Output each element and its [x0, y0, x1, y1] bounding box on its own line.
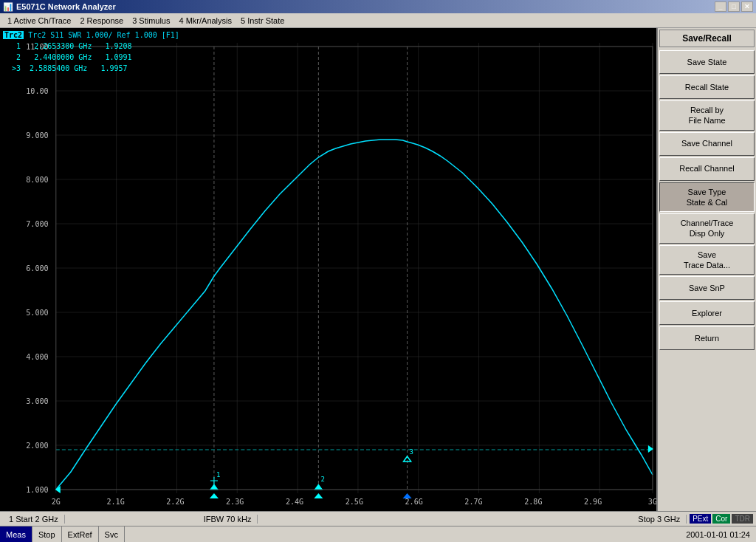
svg-text:2: 2 — [320, 476, 324, 483]
svg-text:3.000: 3.000 — [26, 397, 48, 405]
trace-info: Trc2 Trc2 S11 SWR 1.000/ Ref 1.000 [F1] … — [3, 30, 179, 74]
trace-id: Trc2 — [3, 31, 24, 39]
svg-text:2.000: 2.000 — [26, 442, 48, 450]
close-button[interactable]: ✕ — [741, 1, 753, 12]
svg-rect-0 — [0, 28, 656, 511]
svc-button[interactable]: Svc — [99, 526, 125, 543]
status-bar2: Meas Stop ExtRef Svc 2001-01-01 01:24 — [0, 526, 756, 542]
menu-item-3_stimulus[interactable]: 3 Stimulus — [128, 15, 174, 27]
panel-title: Save/Recall — [659, 30, 755, 47]
stop-button[interactable]: Stop — [32, 526, 62, 543]
menu-item-1_active_ch/trace[interactable]: 1 Active Ch/Trace — [3, 15, 75, 27]
tdr-badge: TDR — [732, 514, 753, 524]
return-button[interactable]: Return — [659, 326, 755, 350]
svg-text:2.9G: 2.9G — [584, 498, 602, 506]
titlebar: 📊 E5071C Network Analyzer _ □ ✕ — [0, 0, 756, 13]
system-time: 2001-01-01 01:24 — [680, 530, 756, 539]
svg-text:1.000: 1.000 — [26, 486, 48, 494]
svg-text:9.000: 9.000 — [26, 131, 48, 140]
save-snp-button[interactable]: Save SnP — [659, 276, 755, 300]
svg-text:3G: 3G — [648, 498, 656, 506]
menu-item-5_instr_state[interactable]: 5 Instr State — [236, 15, 289, 27]
extref-button[interactable]: ExtRef — [62, 526, 99, 543]
chart-area: Trc2 Trc2 S11 SWR 1.000/ Ref 1.000 [F1] … — [0, 28, 656, 511]
meas-button[interactable]: Meas — [0, 526, 32, 543]
right-panel: Save/Recall Save State Recall State Reca… — [656, 28, 756, 511]
menu-item-2_response[interactable]: 2 Response — [75, 15, 128, 27]
marker-1: 1 2.2653300 GHz 1.9208 — [3, 41, 179, 52]
save-trace-data-button[interactable]: SaveTrace Data... — [659, 245, 755, 275]
save-type-state-cal-button[interactable]: Save TypeState & Cal — [659, 182, 755, 213]
menu-item-4_mkr/analysis[interactable]: 4 Mkr/Analysis — [174, 15, 236, 27]
svg-text:7.000: 7.000 — [26, 220, 48, 228]
chart-svg: 11.00 10.00 9.000 8.000 7.000 6.000 5.00… — [0, 28, 656, 511]
svg-text:1: 1 — [216, 471, 220, 478]
svg-text:2G: 2G — [52, 498, 61, 506]
cor-badge: Cor — [712, 514, 730, 524]
pext-badge: PExt — [690, 514, 711, 524]
svg-text:6.000: 6.000 — [26, 264, 48, 272]
start-freq-status: 1 Start 2 GHz — [3, 515, 65, 524]
status-bar1: 1 Start 2 GHz IFBW 70 kHz Stop 3 GHz PEx… — [0, 511, 756, 526]
marker-3: >3 2.5885400 GHz 1.9957 — [3, 63, 179, 74]
app-icon: 📊 — [3, 2, 13, 12]
svg-text:2.8G: 2.8G — [524, 498, 542, 506]
ifbw-status: IFBW 70 kHz — [198, 515, 258, 524]
save-state-button[interactable]: Save State — [659, 50, 755, 74]
svg-text:2.2G: 2.2G — [166, 498, 184, 506]
maximize-button[interactable]: □ — [728, 1, 740, 12]
minimize-button[interactable]: _ — [715, 1, 726, 12]
channel-trace-disp-only-button[interactable]: Channel/TraceDisp Only — [659, 213, 755, 244]
svg-text:10.00: 10.00 — [26, 87, 48, 95]
svg-text:2.1G: 2.1G — [106, 498, 124, 506]
svg-text:2.6G: 2.6G — [405, 498, 423, 506]
svg-text:2.7G: 2.7G — [464, 498, 482, 506]
svg-text:4.000: 4.000 — [26, 353, 48, 361]
recall-by-file-name-button[interactable]: Recall byFile Name — [659, 100, 755, 131]
marker-2: 2 2.4400000 GHz 1.0991 — [3, 52, 179, 63]
svg-text:2.5G: 2.5G — [346, 498, 363, 506]
menubar: 1 Active Ch/Trace2 Response3 Stimulus4 M… — [0, 13, 756, 28]
stop-freq-status: Stop 3 GHz — [632, 515, 687, 524]
save-channel-button[interactable]: Save Channel — [659, 132, 755, 156]
app-title: E5071C Network Analyzer — [16, 2, 116, 11]
svg-text:2.3G: 2.3G — [226, 498, 244, 506]
main-content: Trc2 Trc2 S11 SWR 1.000/ Ref 1.000 [F1] … — [0, 28, 756, 511]
recall-channel-button[interactable]: Recall Channel — [659, 157, 755, 181]
titlebar-buttons: _ □ ✕ — [715, 1, 753, 12]
explorer-button[interactable]: Explorer — [659, 301, 755, 325]
recall-state-button[interactable]: Recall State — [659, 75, 755, 99]
trace-label: Trc2 Trc2 S11 SWR 1.000/ Ref 1.000 [F1] — [3, 30, 179, 41]
svg-text:3: 3 — [410, 448, 413, 456]
trace-params: Trc2 S11 SWR 1.000/ Ref 1.000 [F1] — [28, 31, 179, 39]
svg-text:5.000: 5.000 — [26, 309, 48, 317]
svg-text:2.4G: 2.4G — [286, 498, 303, 506]
svg-text:8.000: 8.000 — [26, 176, 48, 184]
